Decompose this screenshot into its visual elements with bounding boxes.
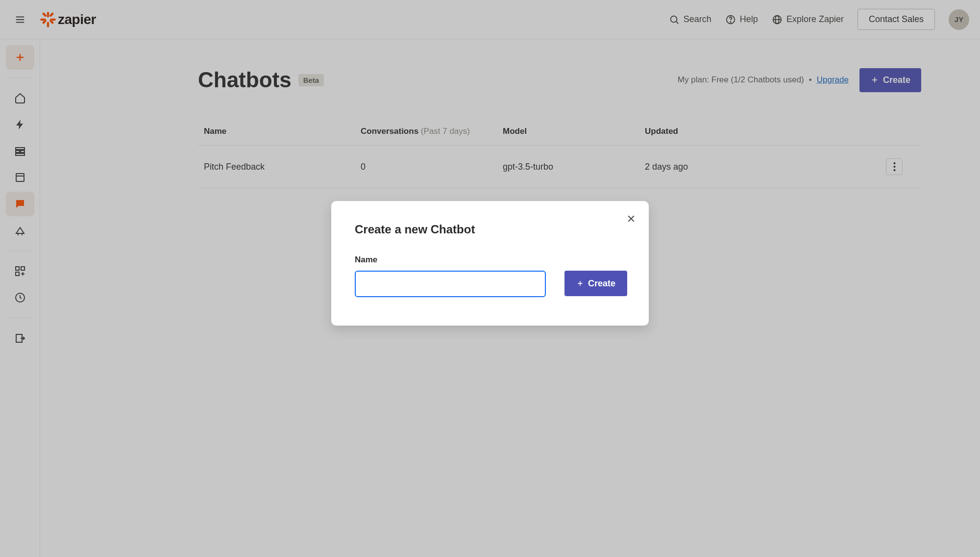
modal-name-label: Name [355, 255, 625, 265]
create-chatbot-modal: Create a new Chatbot Name Create [331, 201, 649, 326]
modal-create-button[interactable]: Create [564, 271, 627, 296]
modal-close-button[interactable] [624, 212, 638, 226]
modal-row: Create [355, 271, 625, 297]
close-icon [626, 214, 636, 224]
modal-create-label: Create [588, 278, 615, 289]
modal-overlay[interactable]: Create a new Chatbot Name Create [0, 0, 980, 557]
plus-icon [576, 279, 584, 287]
modal-title: Create a new Chatbot [355, 223, 625, 236]
chatbot-name-input[interactable] [355, 271, 546, 297]
